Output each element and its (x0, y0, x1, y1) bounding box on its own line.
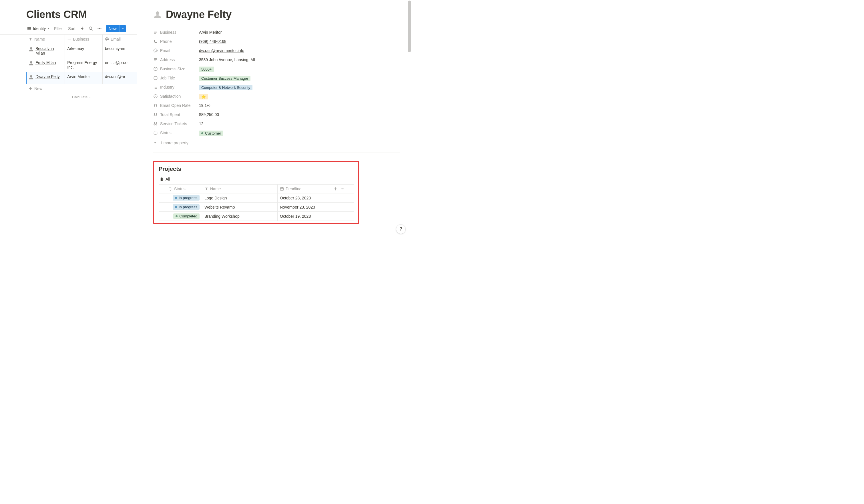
view-identity-tab[interactable]: Identity (26, 25, 51, 32)
proj-cell-deadline[interactable]: October 19, 2023 (278, 212, 332, 221)
prop-value-address[interactable]: 3589 John Avenue, Lansing, MI (199, 58, 400, 62)
cell-email[interactable]: emi.ci@proo (103, 58, 137, 72)
cell-name[interactable]: Emily Milan (26, 58, 65, 72)
table-row[interactable]: Beccalynn MilanArketmaybeccmiyam (26, 44, 137, 58)
chevron-down-icon (47, 27, 50, 30)
search-button[interactable] (87, 25, 94, 32)
col-header-name[interactable]: Name (26, 35, 65, 44)
status-icon (153, 131, 158, 135)
prop-value-status[interactable]: Customer (199, 131, 400, 136)
person-icon (153, 10, 162, 19)
project-row[interactable]: In progressLogo DesignOctober 28, 2023 (159, 194, 354, 202)
prop-value-satisfaction[interactable]: ⭐ (199, 94, 400, 99)
projects-title[interactable]: Projects (159, 166, 354, 172)
proj-cell-status[interactable]: In progress (159, 202, 202, 211)
proj-col-name[interactable]: Name (202, 185, 278, 193)
scrollbar[interactable] (408, 1, 411, 52)
col-header-business[interactable]: Business (65, 35, 103, 44)
projects-section: Projects All Status Name (153, 161, 359, 224)
more-button[interactable] (96, 25, 103, 32)
proj-cell-name[interactable]: Website Revamp (202, 202, 278, 211)
col-header-business-label: Business (73, 37, 89, 41)
prop-label-industry[interactable]: Industry (153, 85, 199, 89)
proj-col-deadline[interactable]: Deadline (278, 185, 332, 193)
cell-business[interactable]: Progress Energy Inc. (65, 58, 103, 72)
proj-cell-status[interactable]: Completed (159, 212, 202, 221)
svg-point-5 (30, 75, 32, 77)
project-row[interactable]: In progressWebsite RevampNovember 23, 20… (159, 202, 354, 212)
dots-icon[interactable] (340, 187, 345, 191)
proj-col-status[interactable]: Status (159, 185, 202, 193)
svg-point-14 (342, 188, 343, 189)
status-dot-icon (201, 132, 203, 134)
prop-label-total-spent[interactable]: Total Spent (153, 112, 199, 117)
cell-name[interactable]: Beccalynn Milan (26, 44, 65, 58)
layers-icon (160, 177, 164, 181)
svg-point-1 (99, 28, 100, 29)
proj-cell-status[interactable]: In progress (159, 194, 202, 202)
new-button[interactable]: New (106, 25, 126, 32)
prop-label-satisfaction[interactable]: Satisfaction (153, 94, 199, 99)
more-property-button[interactable]: 1 more property (153, 138, 400, 147)
prop-value-job-title[interactable]: Customer Success Manager (199, 76, 400, 81)
new-row-button[interactable]: New (26, 84, 137, 93)
prop-value-email[interactable]: dw.rain@arvinmeritor.info (199, 48, 400, 53)
proj-cell-deadline[interactable]: November 23, 2023 (278, 202, 332, 211)
prop-value-phone[interactable]: (969) 449-0168 (199, 39, 400, 44)
table-row[interactable]: Dwayne FeltyArvin Meritordw.rain@ar (26, 72, 137, 84)
number-icon (153, 103, 158, 108)
filter-button[interactable]: Filter (52, 25, 64, 32)
sort-button[interactable]: Sort (66, 25, 77, 32)
automations-button[interactable] (79, 25, 86, 32)
prop-label-address[interactable]: Address (153, 58, 199, 62)
cell-business[interactable]: Arvin Meritor (65, 72, 103, 84)
prop-value-open-rate[interactable]: 19.1% (199, 103, 400, 108)
plus-icon (28, 87, 33, 90)
lines-icon (67, 37, 71, 41)
person-icon (28, 47, 34, 52)
calculate-button[interactable]: Calculate (26, 93, 137, 101)
status-icon (168, 187, 172, 191)
svg-point-0 (97, 28, 98, 29)
prop-label-phone[interactable]: Phone (153, 39, 199, 44)
detail-title[interactable]: Dwayne Felty (166, 9, 231, 21)
projects-tab-all[interactable]: All (159, 175, 171, 184)
cell-name[interactable]: Dwayne Felty (26, 72, 65, 84)
proj-cell-name[interactable]: Logo Design (202, 194, 278, 202)
new-button-chevron[interactable] (120, 25, 126, 32)
svg-rect-12 (280, 188, 284, 190)
cell-email[interactable]: beccmiyam (103, 44, 137, 58)
cell-name-text: Emily Milan (35, 60, 56, 65)
prop-value-biz-size[interactable]: 5000+ (199, 66, 400, 72)
new-row-label: New (34, 86, 42, 91)
prop-label-status[interactable]: Status (153, 131, 199, 135)
bolt-icon (80, 26, 85, 31)
prop-label-tickets[interactable]: Service Tickets (153, 121, 199, 126)
lines-icon (153, 58, 158, 62)
prop-label-job-title[interactable]: Job Title (153, 76, 199, 80)
plus-icon[interactable] (334, 187, 338, 191)
chevron-down-icon (153, 141, 157, 145)
page-title: Clients CRM (0, 9, 137, 24)
prop-value-total-spent[interactable]: $89,250.00 (199, 112, 400, 117)
proj-cell-blank (332, 212, 354, 221)
table-row[interactable]: Emily MilanProgress Energy Inc.emi.ci@pr… (26, 58, 137, 72)
svg-point-15 (343, 188, 344, 189)
cell-email[interactable]: dw.rain@ar (103, 72, 137, 84)
prop-label-biz-size[interactable]: Business Size (153, 66, 199, 71)
prop-label-open-rate[interactable]: Email Open Rate (153, 103, 199, 108)
proj-cell-deadline[interactable]: October 28, 2023 (278, 194, 332, 202)
cell-business[interactable]: Arketmay (65, 44, 103, 58)
prop-label-email[interactable]: Email (153, 48, 199, 53)
svg-point-4 (30, 61, 32, 63)
project-row[interactable]: CompletedBranding WorkshopOctober 19, 20… (159, 212, 354, 221)
multiselect-icon (153, 85, 158, 89)
status-dot-icon (175, 206, 177, 208)
prop-label-business[interactable]: Business (153, 30, 199, 35)
prop-value-business[interactable]: Arvin Meritor (199, 30, 400, 35)
prop-value-tickets[interactable]: 12 (199, 121, 400, 126)
proj-cell-name[interactable]: Branding Workshop (202, 212, 278, 221)
prop-value-industry[interactable]: Computer & Network Security (199, 85, 400, 90)
col-header-email[interactable]: Email (103, 35, 137, 44)
help-button[interactable]: ? (396, 224, 405, 234)
